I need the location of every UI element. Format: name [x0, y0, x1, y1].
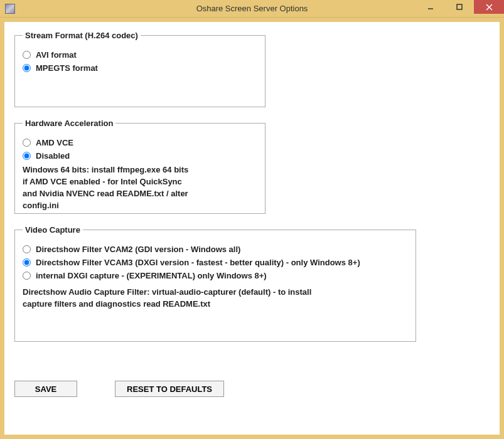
radio-internal-label: internal DXGI capture - (EXPERIMENTAL) o…	[36, 271, 267, 280]
radio-vcam2[interactable]: Directshow Filter VCAM2 (GDI version - W…	[23, 245, 408, 254]
close-icon	[486, 4, 493, 11]
radio-vcam3[interactable]: Directshow Filter VCAM3 (DXGI version - …	[23, 258, 408, 267]
radio-internal-input[interactable]	[23, 272, 31, 280]
app-icon	[5, 4, 15, 14]
radio-disabled[interactable]: Disabled	[23, 151, 257, 161]
radio-vcam3-label: Directshow Filter VCAM3 (DXGI version - …	[36, 258, 360, 267]
radio-amd-vce[interactable]: AMD VCE	[23, 138, 257, 147]
radio-vcam2-label: Directshow Filter VCAM2 (GDI version - W…	[36, 245, 240, 254]
close-button[interactable]	[474, 0, 504, 14]
radio-disabled-input[interactable]	[23, 152, 31, 160]
video-capture-info: Directshow Audio Capture Filter: virtual…	[23, 287, 408, 310]
hardware-accel-info: Windows 64 bits: install ffmpeg.exe 64 b…	[23, 164, 257, 211]
window-controls	[416, 0, 504, 17]
radio-mpegts-format[interactable]: MPEGTS format	[23, 63, 257, 73]
minimize-icon	[427, 4, 434, 10]
radio-avi-label: AVI format	[36, 50, 77, 60]
reset-button[interactable]: RESET TO DEFAULTS	[115, 381, 224, 397]
radio-mpegts-input[interactable]	[23, 64, 31, 72]
radio-internal-dxgi[interactable]: internal DXGI capture - (EXPERIMENTAL) o…	[23, 271, 408, 280]
minimize-button[interactable]	[416, 0, 445, 14]
titlebar: Oshare Screen Server Options	[0, 0, 504, 18]
hardware-accel-legend: Hardware Acceleration	[23, 119, 115, 128]
svg-rect-1	[457, 4, 462, 9]
radio-disabled-label: Disabled	[36, 151, 70, 161]
save-button[interactable]: SAVE	[14, 381, 77, 397]
client-area: Stream Format (H.264 codec) AVI format M…	[4, 21, 500, 435]
radio-amd-input[interactable]	[23, 139, 31, 147]
hardware-accel-group: Hardware Acceleration AMD VCE Disabled W…	[14, 119, 265, 214]
maximize-icon	[456, 4, 463, 10]
video-capture-legend: Video Capture	[23, 225, 83, 235]
radio-amd-label: AMD VCE	[36, 138, 73, 147]
stream-format-group: Stream Format (H.264 codec) AVI format M…	[14, 31, 265, 107]
button-row: SAVE RESET TO DEFAULTS	[14, 381, 224, 397]
video-capture-group: Video Capture Directshow Filter VCAM2 (G…	[14, 225, 416, 342]
window-title: Oshare Screen Server Options	[196, 4, 308, 13]
stream-format-legend: Stream Format (H.264 codec)	[23, 31, 141, 40]
radio-avi-input[interactable]	[23, 51, 31, 59]
radio-vcam3-input[interactable]	[23, 258, 31, 267]
radio-avi-format[interactable]: AVI format	[23, 50, 257, 60]
radio-mpegts-label: MPEGTS format	[36, 63, 98, 73]
radio-vcam2-input[interactable]	[23, 245, 31, 253]
maximize-button[interactable]	[445, 0, 474, 14]
